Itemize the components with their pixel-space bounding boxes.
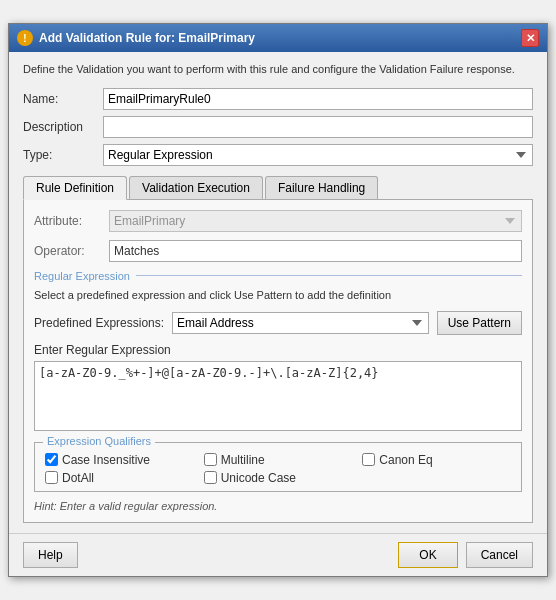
ok-button[interactable]: OK	[398, 542, 457, 568]
qualifier-canon-eq: Canon Eq	[362, 453, 511, 467]
footer-left: Help	[23, 542, 78, 568]
qualifier-case-insensitive: Case Insensitive	[45, 453, 194, 467]
enter-regex-label: Enter Regular Expression	[34, 343, 522, 357]
qualifier-unicode-case: Unicode Case	[204, 471, 353, 485]
section-line	[136, 275, 522, 276]
attribute-row: Attribute: EmailPrimary	[34, 210, 522, 232]
multiline-checkbox[interactable]	[204, 453, 217, 466]
description-label: Description	[23, 120, 103, 134]
unicode-case-checkbox[interactable]	[204, 471, 217, 484]
operator-select[interactable]: Matches	[109, 240, 522, 262]
attribute-select[interactable]: EmailPrimary	[109, 210, 522, 232]
title-text: Add Validation Rule for: EmailPrimary	[39, 31, 255, 45]
title-bar-left: ! Add Validation Rule for: EmailPrimary	[17, 30, 255, 46]
qualifiers-title: Expression Qualifiers	[43, 435, 155, 447]
qualifier-dotall: DotAll	[45, 471, 194, 485]
case-insensitive-label: Case Insensitive	[62, 453, 150, 467]
close-button[interactable]: ✕	[521, 29, 539, 47]
tab-validation-execution[interactable]: Validation Execution	[129, 176, 263, 199]
name-input[interactable]	[103, 88, 533, 110]
title-bar: ! Add Validation Rule for: EmailPrimary …	[9, 24, 547, 52]
hint-text: Hint: Enter a valid regular expression.	[34, 500, 522, 512]
description-input[interactable]	[103, 116, 533, 138]
regex-description: Select a predefined expression and click…	[34, 288, 522, 303]
dialog: ! Add Validation Rule for: EmailPrimary …	[8, 23, 548, 577]
description-text: Define the Validation you want to perfor…	[23, 62, 533, 77]
regex-textarea[interactable]	[34, 361, 522, 431]
unicode-case-label: Unicode Case	[221, 471, 296, 485]
dotall-checkbox[interactable]	[45, 471, 58, 484]
canon-eq-label: Canon Eq	[379, 453, 432, 467]
cancel-button[interactable]: Cancel	[466, 542, 533, 568]
tab-failure-handling[interactable]: Failure Handling	[265, 176, 378, 199]
type-row: Type: Regular Expression	[23, 144, 533, 166]
predefined-select[interactable]: Email Address	[172, 312, 429, 334]
name-label: Name:	[23, 92, 103, 106]
type-label: Type:	[23, 148, 103, 162]
operator-row: Operator: Matches	[34, 240, 522, 262]
dialog-body: Define the Validation you want to perfor…	[9, 52, 547, 533]
multiline-label: Multiline	[221, 453, 265, 467]
predefined-label: Predefined Expressions:	[34, 316, 164, 330]
dialog-icon: !	[17, 30, 33, 46]
qualifiers-section: Expression Qualifiers Case Insensitive M…	[34, 442, 522, 492]
dotall-label: DotAll	[62, 471, 94, 485]
qualifiers-grid: Case Insensitive Multiline Canon Eq DotA…	[45, 453, 511, 485]
name-row: Name:	[23, 88, 533, 110]
help-button[interactable]: Help	[23, 542, 78, 568]
attribute-label: Attribute:	[34, 214, 109, 228]
description-row: Description	[23, 116, 533, 138]
use-pattern-button[interactable]: Use Pattern	[437, 311, 522, 335]
predefined-row: Predefined Expressions: Email Address Us…	[34, 311, 522, 335]
canon-eq-checkbox[interactable]	[362, 453, 375, 466]
footer-right: OK Cancel	[398, 542, 533, 568]
operator-label: Operator:	[34, 244, 109, 258]
regex-section-header: Regular Expression	[34, 270, 522, 282]
case-insensitive-checkbox[interactable]	[45, 453, 58, 466]
tabs: Rule Definition Validation Execution Fai…	[23, 176, 533, 200]
enter-regex-section: Enter Regular Expression	[34, 343, 522, 434]
regex-section-title: Regular Expression	[34, 270, 130, 282]
qualifier-multiline: Multiline	[204, 453, 353, 467]
dialog-footer: Help OK Cancel	[9, 533, 547, 576]
tab-rule-definition[interactable]: Rule Definition	[23, 176, 127, 200]
tab-content: Attribute: EmailPrimary Operator: Matche…	[23, 200, 533, 523]
type-select[interactable]: Regular Expression	[103, 144, 533, 166]
